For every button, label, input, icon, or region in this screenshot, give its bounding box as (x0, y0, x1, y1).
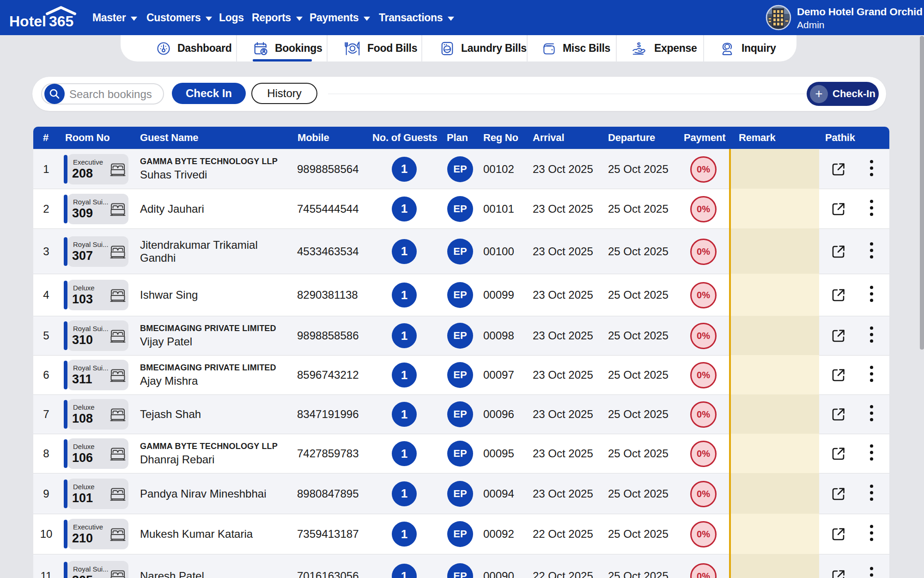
svg-text:$: $ (637, 40, 641, 48)
